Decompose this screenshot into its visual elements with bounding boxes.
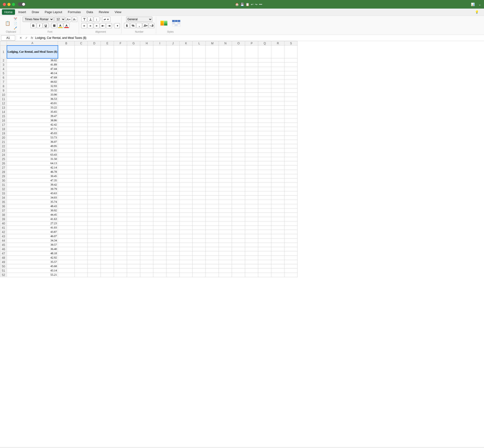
cell-col5-row14[interactable] — [101, 110, 114, 114]
cell-col10-row17[interactable] — [166, 123, 180, 127]
cell-col14-row24[interactable] — [219, 153, 232, 157]
cell-b1[interactable] — [58, 46, 75, 58]
cell-col14-row48[interactable] — [219, 256, 232, 260]
cell-col16-row24[interactable] — [245, 153, 258, 157]
cell-col11-row22[interactable] — [180, 144, 193, 148]
cell-col3-row19[interactable] — [75, 131, 88, 136]
cell-col14-row36[interactable] — [219, 204, 232, 208]
cell-a29[interactable]: 30.45 — [7, 174, 58, 178]
cell-col14-row2[interactable] — [219, 58, 232, 63]
cell-m1[interactable] — [206, 46, 219, 58]
wrap-text-button[interactable]: ⇌ ▾ — [102, 17, 110, 22]
cell-col12-row22[interactable] — [193, 144, 206, 148]
cell-col17-row9[interactable] — [258, 88, 271, 93]
cell-col5-row46[interactable] — [101, 247, 114, 251]
cell-col8-row19[interactable] — [140, 131, 153, 136]
cell-col8-row20[interactable] — [140, 136, 153, 140]
cell-col3-row30[interactable] — [75, 178, 88, 183]
cell-col4-row3[interactable] — [88, 63, 101, 67]
font-color-button[interactable]: A — [64, 23, 69, 28]
cell-col10-row27[interactable] — [166, 166, 180, 170]
align-bottom-button[interactable]: ↕ — [94, 17, 99, 22]
cell-col2-row41[interactable] — [58, 226, 75, 230]
cell-col18-row22[interactable] — [271, 144, 284, 148]
cell-col7-row8[interactable] — [127, 84, 140, 88]
font-size-select[interactable]: 12 — [54, 17, 65, 22]
cell-a19[interactable]: 45.03 — [7, 131, 58, 136]
cell-col16-row4[interactable] — [245, 67, 258, 71]
cell-col19-row17[interactable] — [284, 123, 297, 127]
cell-col19-row46[interactable] — [284, 247, 297, 251]
cell-col9-row34[interactable] — [153, 196, 166, 200]
cell-col14-row19[interactable] — [219, 131, 232, 136]
cell-col16-row27[interactable] — [245, 166, 258, 170]
cell-col12-row6[interactable] — [193, 76, 206, 80]
cell-col14-row16[interactable] — [219, 119, 232, 123]
cell-col4-row28[interactable] — [88, 170, 101, 174]
cell-col15-row47[interactable] — [232, 251, 245, 256]
cell-col18-row32[interactable] — [271, 187, 284, 191]
cell-col7-row6[interactable] — [127, 76, 140, 80]
cell-col15-row49[interactable] — [232, 260, 245, 264]
cell-col7-row10[interactable] — [127, 93, 140, 97]
cell-col12-row30[interactable] — [193, 178, 206, 183]
cell-col15-row25[interactable] — [232, 157, 245, 161]
cell-col2-row21[interactable] — [58, 140, 75, 144]
cell-col14-row28[interactable] — [219, 170, 232, 174]
cell-col4-row48[interactable] — [88, 256, 101, 260]
cell-col12-row29[interactable] — [193, 174, 206, 178]
cell-col17-row43[interactable] — [258, 234, 271, 239]
col-header-g[interactable]: G — [127, 41, 140, 46]
cell-col12-row47[interactable] — [193, 251, 206, 256]
cell-col14-row31[interactable] — [219, 183, 232, 187]
cell-col12-row41[interactable] — [193, 226, 206, 230]
cell-col13-row2[interactable] — [206, 58, 219, 63]
cell-col14-row46[interactable] — [219, 247, 232, 251]
cell-col9-row3[interactable] — [153, 63, 166, 67]
cell-col2-row24[interactable] — [58, 153, 75, 157]
percent-button[interactable]: % — [130, 23, 136, 28]
cell-col6-row15[interactable] — [114, 114, 127, 119]
cell-col17-row35[interactable] — [258, 200, 271, 204]
cell-col5-row21[interactable] — [101, 140, 114, 144]
cell-col5-row38[interactable] — [101, 213, 114, 217]
cell-col4-row35[interactable] — [88, 200, 101, 204]
cell-col17-row47[interactable] — [258, 251, 271, 256]
cell-col19-row33[interactable] — [284, 191, 297, 196]
cell-col6-row17[interactable] — [114, 123, 127, 127]
cell-col3-row2[interactable] — [75, 58, 88, 63]
cell-col5-row15[interactable] — [101, 114, 114, 119]
cell-col18-row34[interactable] — [271, 196, 284, 200]
align-left-button[interactable]: ≡ — [81, 23, 87, 28]
cell-col3-row12[interactable] — [75, 101, 88, 105]
cell-a30[interactable]: 47.35 — [7, 178, 58, 183]
cell-a6[interactable]: 47.69 — [7, 76, 58, 80]
cell-col14-row45[interactable] — [219, 243, 232, 247]
cell-j1[interactable] — [166, 46, 180, 58]
cell-col11-row46[interactable] — [180, 247, 193, 251]
cell-col4-row34[interactable] — [88, 196, 101, 200]
col-header-e[interactable]: E — [101, 41, 114, 46]
cell-col18-row25[interactable] — [271, 157, 284, 161]
cell-col5-row16[interactable] — [101, 119, 114, 123]
close-button[interactable] — [3, 3, 6, 6]
cell-col7-row43[interactable] — [127, 234, 140, 239]
cell-col4-row15[interactable] — [88, 114, 101, 119]
cell-col14-row38[interactable] — [219, 213, 232, 217]
cell-col13-row25[interactable] — [206, 157, 219, 161]
cell-col11-row35[interactable] — [180, 200, 193, 204]
cell-col2-row3[interactable] — [58, 63, 75, 67]
cell-col6-row22[interactable] — [114, 144, 127, 148]
cell-col19-row30[interactable] — [284, 178, 297, 183]
cell-col9-row39[interactable] — [153, 217, 166, 221]
cell-col15-row15[interactable] — [232, 114, 245, 119]
cell-col16-row16[interactable] — [245, 119, 258, 123]
cell-col14-row20[interactable] — [219, 136, 232, 140]
cell-col5-row44[interactable] — [101, 239, 114, 243]
cell-col6-row24[interactable] — [114, 153, 127, 157]
cell-a32[interactable]: 39.79 — [7, 187, 58, 191]
cell-col5-row24[interactable] — [101, 153, 114, 157]
cell-col3-row21[interactable] — [75, 140, 88, 144]
cell-col8-row17[interactable] — [140, 123, 153, 127]
cell-col8-row44[interactable] — [140, 239, 153, 243]
